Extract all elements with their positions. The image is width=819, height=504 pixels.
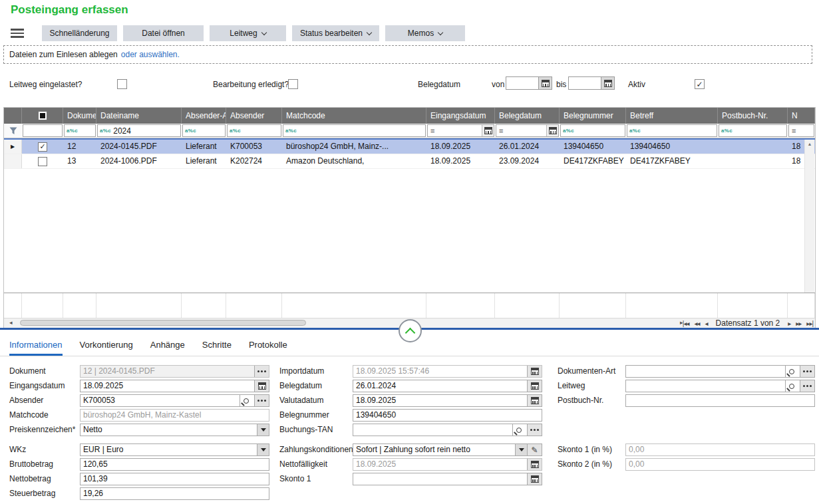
- column-header-postbuch-nr[interactable]: Postbuch-Nr.: [718, 108, 788, 124]
- tab-anhaenge[interactable]: Anhänge: [150, 336, 185, 356]
- status-bearbeiten-menu-button[interactable]: Status bearbeiten: [292, 25, 379, 41]
- search-button[interactable]: [512, 424, 527, 436]
- dropdown-button[interactable]: [515, 444, 527, 455]
- belegdatum-input[interactable]: 26.01.2024: [353, 380, 527, 392]
- search-button[interactable]: [785, 380, 800, 392]
- filter-input-nettofaelligkeit[interactable]: =: [788, 124, 814, 137]
- pager-last-icon[interactable]: ▸▸|: [806, 320, 813, 327]
- filter-input-postbuch-nr[interactable]: a%c: [719, 124, 787, 137]
- belegdatum-bis-input[interactable]: [568, 76, 615, 90]
- buchungs-tan-input[interactable]: [353, 424, 512, 436]
- column-header-absender[interactable]: Absender: [226, 108, 282, 124]
- skonto1-input[interactable]: [353, 473, 527, 485]
- datei-oeffnen-button[interactable]: Datei öffnen: [123, 25, 204, 41]
- scroll-left-icon[interactable]: ◂: [9, 319, 13, 326]
- calendar-button[interactable]: [538, 77, 552, 89]
- belegnummer-input[interactable]: 139404650: [353, 410, 542, 421]
- filter-input-matchcode[interactable]: a%c: [283, 124, 426, 137]
- column-header-belegdatum[interactable]: Belegdatum: [495, 108, 560, 124]
- filter-input-dokument[interactable]: a%c: [64, 124, 96, 137]
- dropdown-button[interactable]: [257, 424, 269, 436]
- nettobetrag-input[interactable]: 101,39: [81, 473, 269, 485]
- scrollbar-thumb[interactable]: [20, 320, 306, 326]
- pager-prev-page-icon[interactable]: ◂◂: [694, 320, 699, 327]
- tab-vorkontierung[interactable]: Vorkontierung: [80, 336, 133, 356]
- filter-input-absender-art[interactable]: a%c: [182, 124, 226, 137]
- collapse-panel-button[interactable]: [399, 319, 422, 342]
- table-row[interactable]: 13 2024-1006.PDF Lieferant K202724 Amazo…: [4, 154, 815, 169]
- tab-informationen[interactable]: Informationen: [9, 336, 63, 356]
- column-header-matchcode[interactable]: Matchcode: [282, 108, 426, 124]
- dropdown-button[interactable]: [257, 444, 269, 455]
- ellipsis-button[interactable]: [800, 366, 814, 377]
- leitweg-menu-button[interactable]: Leitweg: [210, 25, 286, 41]
- calendar-button[interactable]: [527, 366, 542, 377]
- bruttobetrag-input[interactable]: 120,65: [81, 459, 269, 470]
- preiskennzeichen-select[interactable]: Netto: [81, 424, 257, 436]
- edit-button[interactable]: ✎: [527, 444, 542, 455]
- postbuch-nr-input[interactable]: [626, 395, 814, 406]
- column-header-absender-art[interactable]: Absender-Art: [182, 108, 226, 124]
- file-select-link[interactable]: oder auswählen.: [121, 50, 180, 59]
- select-all-checkbox[interactable]: [38, 111, 47, 120]
- table-row[interactable]: ▶ 12 2024-0145.PDF Lieferant K700053 bür…: [4, 140, 815, 154]
- hamburger-menu-icon[interactable]: [11, 29, 24, 38]
- search-button[interactable]: [240, 395, 254, 406]
- pager-next-page-icon[interactable]: ▸▸: [796, 320, 801, 327]
- calendar-button[interactable]: [254, 380, 269, 392]
- file-dropzone[interactable]: Dateien zum Einlesen ablegen oder auswäh…: [3, 45, 812, 64]
- column-header-nettofaelligkeit[interactable]: N: [788, 108, 815, 124]
- calendar-button[interactable]: [527, 459, 542, 470]
- vertical-scrollbar[interactable]: ▲: [804, 140, 814, 293]
- filter-input-belegdatum[interactable]: =: [496, 124, 559, 137]
- filter-input-betreff[interactable]: a%c: [627, 124, 717, 137]
- calendar-button[interactable]: [527, 380, 542, 392]
- scroll-up-icon[interactable]: ▲: [805, 140, 814, 149]
- calendar-button[interactable]: [527, 473, 542, 485]
- zahlungskonditionen-select[interactable]: Sofort | Zahlung sofort rein netto: [353, 444, 515, 455]
- calendar-button[interactable]: [601, 77, 614, 89]
- ellipsis-button[interactable]: [254, 395, 269, 406]
- filter-funnel-icon[interactable]: [5, 124, 21, 137]
- filter-input-select[interactable]: [23, 124, 63, 137]
- row-checkbox[interactable]: [38, 142, 47, 152]
- row-checkbox[interactable]: [38, 157, 47, 166]
- search-button[interactable]: [785, 366, 800, 377]
- filter-input-absender[interactable]: a%c: [227, 124, 281, 137]
- leitweg-eingelastet-checkbox[interactable]: [117, 79, 127, 89]
- date-value[interactable]: [506, 77, 525, 89]
- valutadatum-input[interactable]: 18.09.2025: [353, 395, 527, 406]
- date-value[interactable]: [569, 77, 587, 89]
- column-header-dateiname[interactable]: Dateiname: [96, 108, 182, 124]
- ellipsis-button[interactable]: [527, 424, 542, 436]
- pager-prev-icon[interactable]: ◂: [705, 320, 708, 327]
- ellipsis-button[interactable]: [254, 366, 269, 377]
- field-postbuch-nr: Postbuch-Nr.: [558, 394, 815, 407]
- steuerbetrag-input[interactable]: 19,26: [81, 488, 269, 499]
- column-header-betreff[interactable]: Betreff: [626, 108, 718, 124]
- dokumenten-art-input[interactable]: [626, 366, 785, 377]
- pager-next-icon[interactable]: ▸: [788, 320, 790, 327]
- filter-input-eingangsdatum[interactable]: =: [427, 124, 494, 137]
- eingangsdatum-input[interactable]: 18.09.2025: [81, 380, 254, 392]
- bearbeitung-erledigt-checkbox[interactable]: [288, 79, 298, 89]
- filter-input-belegnummer[interactable]: a%c: [560, 124, 625, 137]
- pager-first-icon[interactable]: |◂◂: [683, 320, 689, 327]
- wkz-select[interactable]: EUR | Euro: [81, 444, 257, 455]
- ellipsis-button[interactable]: [800, 380, 814, 392]
- leitweg-input[interactable]: [626, 380, 785, 392]
- aktiv-checkbox[interactable]: [695, 79, 705, 89]
- calendar-button[interactable]: [527, 395, 542, 406]
- column-header-belegnummer[interactable]: Belegnummer: [560, 108, 626, 124]
- tab-protokolle[interactable]: Protokolle: [249, 336, 287, 356]
- tab-schritte[interactable]: Schritte: [202, 336, 232, 356]
- absender-input[interactable]: K700053: [81, 395, 240, 406]
- calendar-button[interactable]: [546, 125, 558, 136]
- calendar-button[interactable]: [482, 125, 494, 136]
- memos-menu-button[interactable]: Memos: [385, 25, 465, 41]
- column-header-eingangsdatum[interactable]: Eingangsdatum: [426, 108, 495, 124]
- schnellaenderung-button[interactable]: Schnelländerung: [42, 25, 117, 41]
- belegdatum-von-input[interactable]: [506, 76, 552, 90]
- filter-input-dateiname[interactable]: a%c2024: [97, 124, 181, 137]
- column-header-dokument[interactable]: Dokument: [63, 108, 96, 124]
